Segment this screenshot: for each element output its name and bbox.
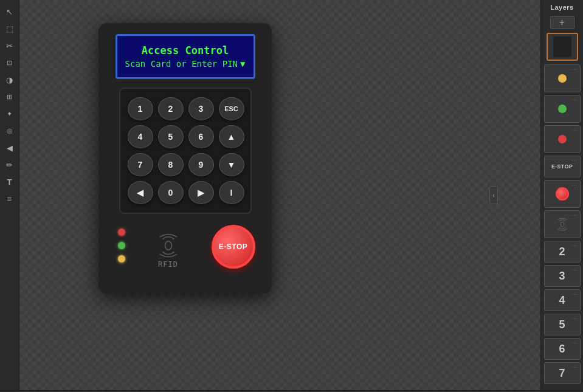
layer-more-icon[interactable]: ··· — [571, 242, 577, 249]
layer-more-icon[interactable]: ··· — [571, 97, 577, 103]
keypad: 1 2 3 ESC 4 5 6 ▲ 7 8 9 ▼ ◀ 0 ▶ I — [119, 88, 252, 214]
rfid-layer-icon — [554, 218, 571, 231]
select-tool[interactable]: ⬚ — [3, 22, 16, 35]
key-left[interactable]: ◀ — [128, 181, 153, 204]
app-container: ↖ ⬚ ✂ ⊡ ◑ ⊞ ✦ ◎ ◀ ✏ T ≡ Access Control S… — [0, 0, 583, 390]
layer-more-icon[interactable]: ··· — [571, 182, 577, 188]
layer-number-4: 4 — [559, 294, 565, 307]
lcd-display: Access Control Scan Card or Enter PIN ▼ — [116, 34, 255, 79]
layer-more-icon[interactable]: ··· — [571, 66, 577, 72]
led-yellow — [118, 255, 125, 263]
keypad-grid: 1 2 3 ESC 4 5 6 ▲ 7 8 9 ▼ ◀ 0 ▶ I — [128, 97, 243, 204]
key-3[interactable]: 3 — [188, 97, 214, 120]
layer-more-icon[interactable]: ··· — [571, 212, 577, 218]
key-2[interactable]: 2 — [158, 97, 184, 120]
thumbnail-preview — [553, 36, 571, 57]
layer-7[interactable]: ··· 7 — [544, 362, 581, 384]
layer-more-icon[interactable]: ··· — [571, 127, 577, 133]
info-tool[interactable]: ◎ — [3, 124, 16, 137]
layer-thumbnail[interactable] — [547, 33, 578, 61]
layer-estop-label: E-STOP — [551, 163, 573, 170]
lcd-arrow: ▼ — [240, 59, 245, 69]
layer-number-3: 3 — [559, 270, 565, 283]
layer-more-icon[interactable]: ··· — [571, 157, 577, 163]
green-dot-icon — [558, 105, 567, 113]
lines-tool[interactable]: ≡ — [3, 192, 16, 205]
lcd-subtitle: Scan Card or Enter PIN ▼ — [125, 59, 246, 69]
layer-6[interactable]: ··· 6 — [544, 338, 581, 360]
key-i[interactable]: I — [219, 181, 244, 204]
layers-header: Layers — [550, 4, 573, 11]
layer-number-5: 5 — [559, 318, 565, 331]
right-panel: Layers + ··· ··· ··· ··· E-STOP ··· — [540, 0, 583, 390]
layer-more-icon[interactable]: ··· — [571, 267, 577, 273]
layer-red-dot[interactable]: ··· — [544, 125, 581, 153]
shapes-tool[interactable]: ⊞ — [3, 90, 16, 103]
red-dot-icon — [558, 135, 567, 143]
key-down[interactable]: ▼ — [219, 153, 244, 176]
add-layer-button[interactable]: + — [550, 16, 574, 29]
layer-estop[interactable]: ··· E-STOP — [544, 156, 581, 177]
layer-more-icon[interactable]: ··· — [571, 315, 577, 322]
key-9[interactable]: 9 — [188, 153, 214, 176]
rfid-waves-icon — [152, 233, 185, 258]
key-1[interactable]: 1 — [128, 97, 153, 120]
led-red — [118, 229, 125, 236]
layer-estop-icon[interactable]: ··· — [544, 180, 581, 208]
key-esc[interactable]: ESC — [219, 97, 244, 120]
layer-2[interactable]: ··· 2 — [544, 241, 581, 263]
layer-more-icon[interactable]: ··· — [571, 340, 577, 346]
layer-number-7: 7 — [559, 367, 565, 380]
pointer-tool[interactable]: ↖ — [3, 5, 16, 18]
svg-point-0 — [165, 241, 171, 250]
access-control-device: Access Control Scan Card or Enter PIN ▼ … — [98, 23, 272, 294]
layer-5[interactable]: ··· 5 — [544, 314, 581, 335]
crop-tool[interactable]: ✂ — [3, 39, 16, 52]
contrast-tool[interactable]: ◑ — [3, 73, 16, 86]
estop-circle-icon — [556, 187, 569, 201]
star-tool[interactable]: ✦ — [3, 107, 16, 120]
text-tool[interactable]: T — [3, 175, 16, 188]
key-6[interactable]: 6 — [188, 125, 214, 148]
device-bottom: RFID E-STOP — [116, 225, 255, 269]
rfid-section: RFID — [152, 233, 185, 269]
canvas-area: Access Control Scan Card or Enter PIN ▼ … — [19, 0, 540, 390]
left-toolbar: ↖ ⬚ ✂ ⊡ ◑ ⊞ ✦ ◎ ◀ ✏ T ≡ — [0, 0, 19, 390]
layer-number-2: 2 — [559, 246, 565, 258]
lcd-title: Access Control — [125, 44, 246, 57]
layer-more-icon[interactable]: ··· — [571, 291, 577, 297]
lcd-subtitle-text: Scan Card or Enter PIN — [125, 59, 238, 69]
layer-number-6: 6 — [559, 343, 565, 356]
led-green — [118, 242, 125, 249]
estop-button[interactable]: E-STOP — [212, 225, 255, 269]
key-up[interactable]: ▲ — [219, 125, 244, 148]
panel-collapse-button[interactable]: › — [489, 186, 498, 204]
led-column — [118, 229, 125, 269]
layer-more-icon[interactable]: ··· — [571, 364, 577, 370]
key-0[interactable]: 0 — [158, 181, 184, 204]
key-5[interactable]: 5 — [158, 125, 184, 148]
key-4[interactable]: 4 — [128, 125, 153, 148]
key-8[interactable]: 8 — [158, 153, 184, 176]
layer-yellow-dot[interactable]: ··· — [544, 64, 581, 92]
rfid-label: RFID — [158, 260, 178, 269]
key-right[interactable]: ▶ — [188, 181, 214, 204]
layer-rfid[interactable]: ··· — [544, 210, 581, 238]
key-7[interactable]: 7 — [128, 153, 153, 176]
yellow-dot-icon — [558, 74, 567, 83]
brush-tool[interactable]: ✏ — [3, 158, 16, 171]
layer-3[interactable]: ··· 3 — [544, 265, 581, 287]
layer-4[interactable]: ··· 4 — [544, 289, 581, 311]
svg-point-1 — [561, 222, 564, 226]
layer-green-dot[interactable]: ··· — [544, 95, 581, 123]
transform-tool[interactable]: ⊡ — [3, 56, 16, 69]
back-tool[interactable]: ◀ — [3, 141, 16, 154]
